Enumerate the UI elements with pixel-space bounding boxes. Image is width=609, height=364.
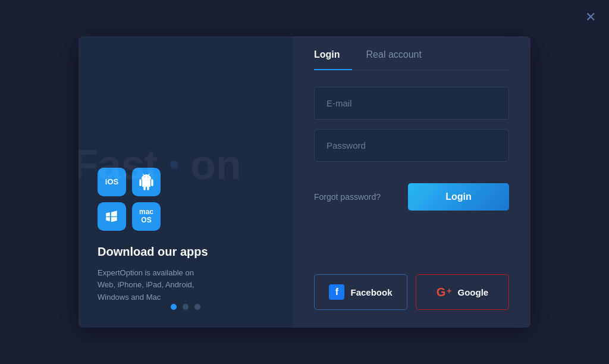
- left-panel-title: Download our apps: [98, 245, 208, 259]
- dot-2[interactable]: [183, 304, 189, 310]
- android-icon: [132, 168, 161, 196]
- google-plus-icon: G+: [437, 285, 452, 299]
- facebook-icon: f: [329, 284, 344, 300]
- facebook-label: Facebook: [350, 287, 392, 297]
- dot-3[interactable]: [194, 304, 200, 310]
- forgot-password-link[interactable]: Forgot password?: [314, 192, 381, 202]
- modal-dialog: Fast on iOS macOS: [79, 36, 530, 328]
- left-panel-description: ExpertOption is available onWeb, iPhone,…: [98, 267, 194, 304]
- ios-label: iOS: [105, 177, 118, 186]
- social-buttons: f Facebook G+ Google: [314, 274, 509, 310]
- password-input[interactable]: [314, 129, 509, 162]
- facebook-login-button[interactable]: f Facebook: [314, 274, 407, 310]
- macos-icon: macOS: [132, 202, 161, 231]
- tab-login[interactable]: Login: [314, 36, 352, 70]
- close-button[interactable]: ✕: [585, 11, 596, 24]
- password-group: [314, 129, 509, 162]
- right-panel: Login Real account Forgot password? Logi…: [293, 36, 530, 328]
- login-row: Forgot password? Login: [314, 183, 509, 211]
- dot-1[interactable]: [171, 304, 177, 310]
- windows-svg: [104, 209, 120, 224]
- app-icons-grid: iOS macOS: [98, 168, 161, 231]
- macos-label: macOS: [139, 208, 153, 224]
- windows-icon: [98, 202, 126, 231]
- email-group: [314, 87, 509, 120]
- carousel-dots: [171, 304, 200, 310]
- tab-bar: Login Real account: [314, 36, 509, 70]
- login-button[interactable]: Login: [408, 183, 509, 211]
- left-panel: Fast on iOS macOS: [79, 36, 293, 328]
- email-input[interactable]: [314, 87, 509, 120]
- android-svg: [138, 174, 155, 190]
- google-login-button[interactable]: G+ Google: [416, 274, 509, 310]
- tab-real-account[interactable]: Real account: [366, 36, 434, 70]
- google-label: Google: [458, 287, 489, 297]
- ios-icon: iOS: [98, 168, 126, 196]
